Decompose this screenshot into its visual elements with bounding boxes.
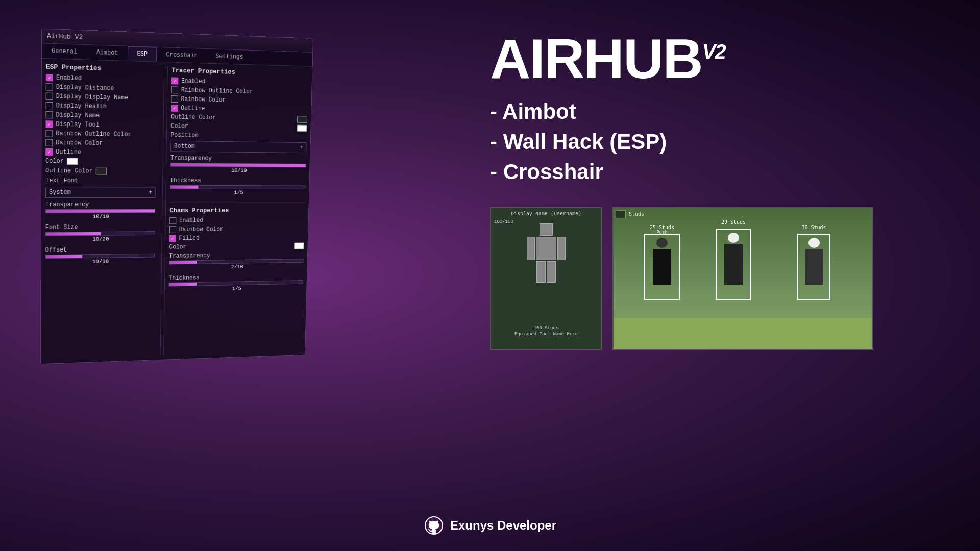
tracer-properties-section: Tracer Properties Enabled Rainbow Outlin…: [170, 67, 308, 196]
rainbow-outline-checkbox[interactable]: [45, 130, 53, 137]
tracer-thickness-label: Thickness: [170, 177, 306, 185]
airhub-logo: AirHubV2: [490, 31, 949, 87]
display-displayname-checkbox[interactable]: [46, 92, 53, 100]
tracer-outline-label: Outline: [181, 105, 205, 112]
tracer-outline-color-swatch[interactable]: [297, 116, 307, 123]
font-size-value: 10/20: [45, 236, 155, 243]
tracer-rainbow-color-label: Rainbow Color: [181, 95, 226, 104]
char-left-leg: [536, 261, 546, 283]
tracer-transparency-fill: [171, 163, 306, 167]
logo-v2: V2: [702, 40, 725, 63]
display-distance-checkbox[interactable]: [46, 83, 53, 91]
player2-label: 29 Studs: [721, 219, 746, 225]
tracer-transparency-slider[interactable]: Transparency 10/10: [170, 155, 306, 174]
player1-head: [656, 238, 668, 248]
section-divider: [170, 203, 305, 203]
tracer-thickness-slider[interactable]: Thickness 1/5: [170, 177, 306, 195]
rainbow-color-row[interactable]: Rainbow Color: [45, 139, 156, 148]
tracer-outline-checkbox[interactable]: [171, 105, 178, 112]
tracer-position-label-row: Position: [170, 132, 307, 140]
display-name-checkbox[interactable]: [45, 111, 53, 118]
char-upper-body: [523, 237, 569, 260]
player3-label: 36 Studs: [801, 224, 826, 230]
feature-aimbot: - Aimbot: [490, 97, 949, 127]
chams-filled-checkbox[interactable]: [169, 235, 176, 242]
outline-color-swatch[interactable]: [95, 168, 107, 175]
transparency-track[interactable]: [45, 209, 155, 213]
tracer-position-chevron: +: [300, 144, 304, 151]
outline-row[interactable]: Outline: [45, 148, 156, 157]
display-displayname-label: Display Display Name: [56, 93, 129, 102]
display-distance-row[interactable]: Display Distance: [46, 83, 157, 93]
display-name-row[interactable]: Display Display Name: [46, 92, 157, 102]
tracer-enabled-row[interactable]: Enabled: [172, 77, 308, 88]
color-label: Color: [45, 158, 64, 165]
rainbow-color-label: Rainbow Color: [56, 139, 103, 147]
tab-crosshair[interactable]: Crosshair: [157, 47, 207, 63]
transparency-fill: [46, 209, 155, 212]
offset-slider[interactable]: Offset 10/30: [45, 245, 155, 265]
display-tool-row[interactable]: Display Tool: [45, 120, 156, 129]
display-health-checkbox[interactable]: [46, 102, 53, 109]
chams-enabled-checkbox[interactable]: [169, 217, 176, 224]
footer: Exunys Developer: [424, 515, 556, 536]
ground: [614, 318, 872, 349]
tracer-transparency-label: Transparency: [170, 155, 306, 163]
text-font-value: System: [49, 189, 71, 196]
tracer-rainbow-outline-checkbox[interactable]: [172, 86, 178, 93]
chams-rainbow-checkbox[interactable]: [169, 226, 176, 233]
tracer-thickness-track[interactable]: [170, 185, 305, 189]
features-list: - Aimbot - Wall Hack (ESP) - Crosshair: [490, 97, 949, 187]
esp-enabled-checkbox[interactable]: [46, 74, 53, 82]
outline-checkbox[interactable]: [45, 148, 53, 156]
tracer-position-dropdown[interactable]: Bottom +: [170, 141, 307, 153]
display-name2-row[interactable]: Display Name: [45, 111, 156, 120]
tab-settings[interactable]: Settings: [207, 49, 252, 64]
tracer-rainbow-color-row[interactable]: Rainbow Color: [171, 95, 307, 106]
chams-enabled-row[interactable]: Enabled: [169, 217, 305, 224]
player3-box: [797, 234, 830, 300]
text-font-dropdown[interactable]: System +: [45, 187, 156, 198]
logo-text: AirHub: [490, 27, 702, 90]
tracer-enabled-checkbox[interactable]: [172, 77, 178, 84]
tab-general[interactable]: General: [42, 43, 87, 59]
tracer-color-label: Color: [171, 122, 188, 130]
player1-container: 25 Studs Push: [644, 234, 680, 300]
chams-filled-row[interactable]: Filled: [169, 234, 304, 242]
display-health-label: Display Health: [56, 102, 107, 110]
tab-esp[interactable]: ESP: [128, 46, 157, 62]
esp-preview-content: Display Name (Username) 100/100: [491, 208, 601, 349]
color-swatch[interactable]: [67, 158, 78, 165]
display-health-row[interactable]: Display Health: [46, 102, 157, 111]
display-tool-checkbox[interactable]: [45, 120, 53, 128]
tracer-thickness-fill: [170, 186, 198, 189]
rainbow-outline-row[interactable]: Rainbow Outline Color: [45, 130, 156, 138]
tracer-color-swatch[interactable]: [297, 124, 307, 132]
tracer-rainbow-outline-row[interactable]: Rainbow Outline Color: [172, 86, 308, 96]
chams-color-row: Color: [169, 242, 304, 251]
char-torso: [536, 237, 556, 260]
tracer-properties-title: Tracer Properties: [172, 67, 308, 78]
esp-transparency-slider[interactable]: Transparency 10/10: [45, 201, 156, 220]
tracer-rainbow-color-checkbox[interactable]: [171, 95, 178, 103]
chams-rainbow-row[interactable]: Rainbow Color: [169, 226, 305, 233]
screenshots-row: Display Name (Username) 100/100: [490, 207, 949, 350]
footer-label: Exunys Developer: [450, 518, 556, 533]
right-content: AirHubV2 - Aimbot - Wall Hack (ESP) - Cr…: [490, 31, 949, 350]
chams-filled-label: Filled: [179, 235, 199, 242]
tracer-color-row: Color: [171, 122, 307, 132]
tracer-outline-row[interactable]: Outline: [171, 105, 307, 114]
tab-aimbot[interactable]: Aimbot: [87, 45, 128, 61]
char-head: [540, 223, 553, 236]
chams-thickness-slider[interactable]: Thickness 1/5: [168, 272, 303, 293]
chams-enabled-label: Enabled: [179, 217, 203, 224]
chams-color-label: Color: [169, 244, 186, 251]
esp-enabled-row[interactable]: Enabled: [46, 74, 157, 84]
rainbow-color-checkbox[interactable]: [45, 139, 53, 146]
offset-value: 10/30: [45, 258, 155, 265]
chams-color-swatch[interactable]: [294, 242, 304, 249]
font-size-fill: [46, 232, 101, 236]
font-size-slider[interactable]: Font Size 10/20: [45, 223, 155, 243]
chams-transparency-slider[interactable]: Transparency 2/10: [169, 251, 304, 271]
outline-color-row: Outline Color: [45, 167, 156, 175]
